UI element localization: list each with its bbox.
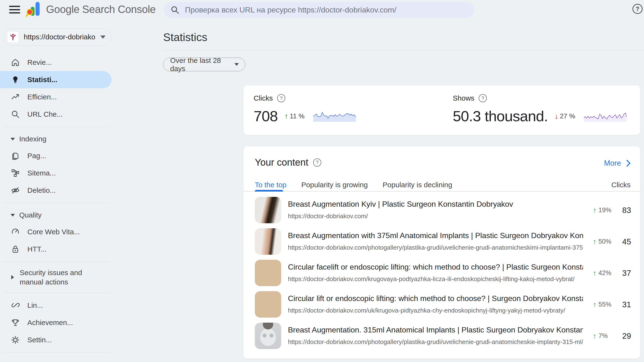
app-header: Google Search Console ? xyxy=(0,0,644,19)
sidebar-divider xyxy=(3,293,110,293)
tab-popularity-growing[interactable]: Popularity is growing xyxy=(301,181,368,189)
sidebar-item-label: Security issues and manual actions xyxy=(20,268,99,287)
impressions-metric[interactable]: Shows ? 50.3 thousand. ↓ 27 % xyxy=(453,94,626,125)
content-row[interactable]: Breast Augmentation with 375ml Anatomica… xyxy=(244,226,640,257)
content-section-title: Your content xyxy=(255,157,308,168)
content-row[interactable]: Breast Augmentation Kyiv | Plastic Surge… xyxy=(244,194,640,226)
property-selector[interactable]: https://doctor-dobriako ... xyxy=(3,28,112,46)
sidebar-item-performance[interactable]: Efficien... xyxy=(0,88,112,106)
clicks-count: 45 xyxy=(617,237,631,246)
sidebar-item-statistics[interactable]: Statisti... xyxy=(0,71,112,88)
content-tabs: To the top Popularity is growing Popular… xyxy=(244,179,640,192)
arrow-up-icon: ↑ xyxy=(284,112,288,120)
lightbulb-icon xyxy=(10,75,20,85)
growth-percent: 7% xyxy=(598,332,617,340)
arrow-up-icon: ↑ xyxy=(593,238,596,246)
page-url: https://doctor-dobriakov.com/photogaller… xyxy=(288,244,583,251)
trending-up-icon xyxy=(10,92,20,102)
content-row[interactable]: Circular facelift or endoscopic lifting:… xyxy=(244,257,640,289)
eye-off-icon xyxy=(10,186,20,195)
speedometer-icon xyxy=(10,227,20,237)
sidebar-item-removals[interactable]: Deletio... xyxy=(0,182,112,199)
clicks-count: 83 xyxy=(617,206,631,215)
clicks-count: 37 xyxy=(617,269,631,278)
page-url: https://doctor-dobriakov.com/uk/krugova-… xyxy=(288,307,583,314)
link-icon xyxy=(10,300,20,310)
clicks-column-header: Clicks xyxy=(611,181,630,189)
property-url-label: https://doctor-dobriako ... xyxy=(24,33,95,41)
sidebar: https://doctor-dobriako ... Revie... Sta… xyxy=(0,28,113,356)
sitemap-icon xyxy=(10,168,20,178)
sidebar-item-sitemaps[interactable]: Sitema... xyxy=(0,164,112,182)
growth-percent: 55% xyxy=(598,301,617,308)
page-thumbnail xyxy=(255,228,281,255)
clicks-metric[interactable]: Clicks ? 708 ↑ 11 % xyxy=(254,94,356,125)
sidebar-item-label: HTT... xyxy=(27,245,46,253)
date-range-label: Over the last 28 days xyxy=(170,56,234,73)
sidebar-section-quality[interactable]: Quality xyxy=(0,207,113,223)
sidebar-item-label: Settin... xyxy=(27,336,52,344)
tab-to-the-top[interactable]: To the top xyxy=(255,181,286,189)
clicks-sparkline xyxy=(313,111,356,122)
page-title-link[interactable]: Breast Augmentation Kyiv | Plastic Surge… xyxy=(288,200,583,209)
magnifier-icon xyxy=(10,110,20,119)
chevron-down-icon xyxy=(10,214,15,217)
sidebar-item-core-web-vitals[interactable]: Core Web Vita... xyxy=(0,223,112,240)
shows-value: 50.3 thousand. xyxy=(453,108,548,125)
arrow-up-icon: ↑ xyxy=(593,269,596,277)
page-thumbnail xyxy=(255,260,281,286)
search-input[interactable] xyxy=(185,6,461,15)
page-url: https://doctor-dobriakov.com/photogaller… xyxy=(288,338,583,346)
chevron-down-icon xyxy=(100,36,106,39)
help-icon: ? xyxy=(632,4,642,14)
sidebar-item-https[interactable]: HTT... xyxy=(0,240,112,258)
page-title-link[interactable]: Breast Augmentation with 375ml Anatomica… xyxy=(288,231,583,240)
content-row[interactable]: Circular lift or endoscopic lifting: whi… xyxy=(244,289,640,320)
help-icon[interactable]: ? xyxy=(479,94,487,102)
sidebar-divider xyxy=(3,203,110,203)
growth-percent: 19% xyxy=(598,206,617,214)
sidebar-item-url-inspection[interactable]: URL Che... xyxy=(0,106,112,123)
pages-icon xyxy=(10,151,20,161)
page-thumbnail xyxy=(255,197,281,223)
clicks-label: Clicks xyxy=(254,94,273,102)
sidebar-item-label: Pag... xyxy=(27,152,46,160)
content-list: Breast Augmentation Kyiv | Plastic Surge… xyxy=(244,194,640,352)
sidebar-item-links[interactable]: Lin... xyxy=(0,297,112,314)
chevron-down-icon xyxy=(234,63,239,66)
help-button[interactable]: ? xyxy=(632,4,642,14)
sidebar-item-achievements[interactable]: Achievemen... xyxy=(0,314,112,331)
sidebar-item-label: URL Che... xyxy=(27,110,62,118)
help-icon[interactable]: ? xyxy=(313,158,321,167)
clicks-delta-value: 11 % xyxy=(290,112,304,120)
page-url: https://doctor-dobriakov.com/krugovaya-p… xyxy=(288,275,583,283)
sidebar-section-indexing[interactable]: Indexing xyxy=(0,131,113,147)
sidebar-item-security-manual-actions[interactable]: Security issues and manual actions xyxy=(0,266,112,289)
sidebar-item-pages[interactable]: Pag... xyxy=(0,147,112,164)
date-range-dropdown[interactable]: Over the last 28 days xyxy=(163,58,245,71)
sidebar-item-settings[interactable]: Settin... xyxy=(0,331,112,348)
hamburger-menu-icon[interactable] xyxy=(9,6,20,14)
url-inspection-search-bar[interactable] xyxy=(164,2,474,18)
shows-delta: ↓ 27 % xyxy=(554,112,575,120)
shows-delta-value: 27 % xyxy=(560,112,575,120)
more-link[interactable]: More xyxy=(604,159,630,168)
your-content-card: Your content ? More To the top Popularit… xyxy=(244,146,640,359)
sidebar-item-overview[interactable]: Revie... xyxy=(0,54,112,71)
arrow-up-icon: ↑ xyxy=(593,300,596,309)
chevron-right-icon xyxy=(626,160,630,167)
page-title-link[interactable]: Breast Augmentation. 315ml Anatomical Im… xyxy=(288,325,583,334)
sidebar-item-label: Efficien... xyxy=(27,93,57,101)
tab-popularity-declining[interactable]: Popularity is declining xyxy=(383,181,452,189)
page-title-link[interactable]: Circular lift or endoscopic lifting: whi… xyxy=(288,294,583,303)
page-title-link[interactable]: Circular facelift or endoscopic lifting:… xyxy=(288,263,583,271)
app-title: Google Search Console xyxy=(46,3,156,15)
clicks-count: 31 xyxy=(617,300,631,309)
growth-percent: 50% xyxy=(598,238,617,245)
shows-sparkline xyxy=(584,111,626,122)
sidebar-nav: Revie... Statisti... Efficien... xyxy=(0,54,113,353)
page-title: Statistics xyxy=(163,31,207,44)
content-row[interactable]: Breast Augmentation. 315ml Anatomical Im… xyxy=(244,320,640,352)
help-icon[interactable]: ? xyxy=(277,94,285,102)
sidebar-item-label: Lin... xyxy=(27,301,43,309)
